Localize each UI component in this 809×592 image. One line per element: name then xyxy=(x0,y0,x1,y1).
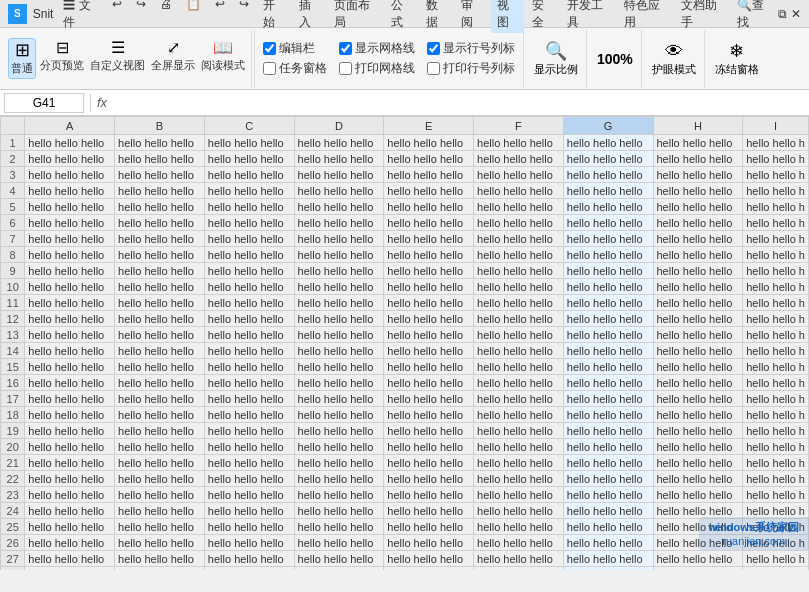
cell-I15[interactable]: hello hello h xyxy=(743,359,809,375)
cell-C24[interactable]: hello hello hello xyxy=(204,503,294,519)
cell-H28[interactable]: hello hello hello xyxy=(653,567,743,571)
cell-G14[interactable]: hello hello hello xyxy=(563,343,653,359)
cell-H1[interactable]: hello hello hello xyxy=(653,135,743,151)
toolbar-undo[interactable]: ↩ xyxy=(106,0,128,33)
cell-G18[interactable]: hello hello hello xyxy=(563,407,653,423)
eye-mode-btn[interactable]: 👁 护眼模式 xyxy=(650,39,698,79)
cell-E22[interactable]: hello hello hello xyxy=(384,471,474,487)
cell-C17[interactable]: hello hello hello xyxy=(204,391,294,407)
cell-G27[interactable]: hello hello hello xyxy=(563,551,653,567)
cell-I9[interactable]: hello hello h xyxy=(743,263,809,279)
cell-H3[interactable]: hello hello hello xyxy=(653,167,743,183)
view-page-preview-btn[interactable]: ⊟ 分页预览 xyxy=(38,38,86,75)
checkbox-print-gridlines-input[interactable] xyxy=(339,62,352,75)
cell-B26[interactable]: hello hello hello xyxy=(115,535,205,551)
toolbar-copy[interactable]: 📋 xyxy=(180,0,207,33)
cell-G5[interactable]: hello hello hello xyxy=(563,199,653,215)
cell-I27[interactable]: hello hello h xyxy=(743,551,809,567)
col-header-d[interactable]: D xyxy=(294,117,384,135)
cell-A2[interactable]: hello hello hello xyxy=(25,151,115,167)
cell-E15[interactable]: hello hello hello xyxy=(384,359,474,375)
cell-C6[interactable]: hello hello hello xyxy=(204,215,294,231)
cell-A4[interactable]: hello hello hello xyxy=(25,183,115,199)
cell-C16[interactable]: hello hello hello xyxy=(204,375,294,391)
cell-H22[interactable]: hello hello hello xyxy=(653,471,743,487)
cell-F24[interactable]: hello hello hello xyxy=(474,503,564,519)
toolbar-redo2[interactable]: ↪ xyxy=(233,0,255,33)
cell-A28[interactable]: hello hello hello xyxy=(25,567,115,571)
cell-E3[interactable]: hello hello hello xyxy=(384,167,474,183)
cell-H8[interactable]: hello hello hello xyxy=(653,247,743,263)
cell-E28[interactable]: hello hello hello xyxy=(384,567,474,571)
cell-F22[interactable]: hello hello hello xyxy=(474,471,564,487)
cell-F13[interactable]: hello hello hello xyxy=(474,327,564,343)
cell-B4[interactable]: hello hello hello xyxy=(115,183,205,199)
view-custom-btn[interactable]: ☰ 自定义视图 xyxy=(88,38,147,75)
cell-C28[interactable]: hello hello hello xyxy=(204,567,294,571)
cell-H7[interactable]: hello hello hello xyxy=(653,231,743,247)
cell-E12[interactable]: hello hello hello xyxy=(384,311,474,327)
cell-I16[interactable]: hello hello h xyxy=(743,375,809,391)
view-fullscreen-btn[interactable]: ⤢ 全屏显示 xyxy=(149,38,197,75)
col-header-e[interactable]: E xyxy=(384,117,474,135)
cell-B11[interactable]: hello hello hello xyxy=(115,295,205,311)
cell-E2[interactable]: hello hello hello xyxy=(384,151,474,167)
cell-C22[interactable]: hello hello hello xyxy=(204,471,294,487)
checkbox-gridlines-input[interactable] xyxy=(339,42,352,55)
cell-G16[interactable]: hello hello hello xyxy=(563,375,653,391)
cell-G11[interactable]: hello hello hello xyxy=(563,295,653,311)
cell-E21[interactable]: hello hello hello xyxy=(384,455,474,471)
cell-D13[interactable]: hello hello hello xyxy=(294,327,384,343)
cell-D28[interactable]: hello hello hello xyxy=(294,567,384,571)
cell-C5[interactable]: hello hello hello xyxy=(204,199,294,215)
cell-B28[interactable]: hello hello hello xyxy=(115,567,205,571)
cell-C10[interactable]: hello hello hello xyxy=(204,279,294,295)
menu-doc-helper[interactable]: 文档助手 xyxy=(675,0,730,33)
checkbox-print-row-col-input[interactable] xyxy=(427,62,440,75)
cell-B20[interactable]: hello hello hello xyxy=(115,439,205,455)
cell-I13[interactable]: hello hello h xyxy=(743,327,809,343)
freeze-btn[interactable]: ❄ 冻结窗格 xyxy=(713,38,761,79)
cell-C13[interactable]: hello hello hello xyxy=(204,327,294,343)
cell-E16[interactable]: hello hello hello xyxy=(384,375,474,391)
cell-B21[interactable]: hello hello hello xyxy=(115,455,205,471)
cell-B24[interactable]: hello hello hello xyxy=(115,503,205,519)
col-header-f[interactable]: F xyxy=(474,117,564,135)
checkbox-edit-bar[interactable]: 编辑栏 xyxy=(263,40,327,57)
cell-H13[interactable]: hello hello hello xyxy=(653,327,743,343)
cell-F23[interactable]: hello hello hello xyxy=(474,487,564,503)
cell-H19[interactable]: hello hello hello xyxy=(653,423,743,439)
cell-A3[interactable]: hello hello hello xyxy=(25,167,115,183)
checkbox-row-col-header-input[interactable] xyxy=(427,42,440,55)
cell-F2[interactable]: hello hello hello xyxy=(474,151,564,167)
cell-F8[interactable]: hello hello hello xyxy=(474,247,564,263)
cell-A26[interactable]: hello hello hello xyxy=(25,535,115,551)
cell-A11[interactable]: hello hello hello xyxy=(25,295,115,311)
cell-D22[interactable]: hello hello hello xyxy=(294,471,384,487)
cell-G23[interactable]: hello hello hello xyxy=(563,487,653,503)
cell-D15[interactable]: hello hello hello xyxy=(294,359,384,375)
cell-G12[interactable]: hello hello hello xyxy=(563,311,653,327)
cell-D14[interactable]: hello hello hello xyxy=(294,343,384,359)
cell-C8[interactable]: hello hello hello xyxy=(204,247,294,263)
cell-G2[interactable]: hello hello hello xyxy=(563,151,653,167)
cell-B8[interactable]: hello hello hello xyxy=(115,247,205,263)
cell-I18[interactable]: hello hello h xyxy=(743,407,809,423)
cell-D23[interactable]: hello hello hello xyxy=(294,487,384,503)
cell-F19[interactable]: hello hello hello xyxy=(474,423,564,439)
cell-H16[interactable]: hello hello hello xyxy=(653,375,743,391)
cell-A15[interactable]: hello hello hello xyxy=(25,359,115,375)
cell-E5[interactable]: hello hello hello xyxy=(384,199,474,215)
cell-I10[interactable]: hello hello h xyxy=(743,279,809,295)
cell-F9[interactable]: hello hello hello xyxy=(474,263,564,279)
cell-C19[interactable]: hello hello hello xyxy=(204,423,294,439)
cell-E8[interactable]: hello hello hello xyxy=(384,247,474,263)
cell-A9[interactable]: hello hello hello xyxy=(25,263,115,279)
cell-F10[interactable]: hello hello hello xyxy=(474,279,564,295)
cell-G7[interactable]: hello hello hello xyxy=(563,231,653,247)
cell-F17[interactable]: hello hello hello xyxy=(474,391,564,407)
cell-B13[interactable]: hello hello hello xyxy=(115,327,205,343)
cell-A21[interactable]: hello hello hello xyxy=(25,455,115,471)
cell-H4[interactable]: hello hello hello xyxy=(653,183,743,199)
cell-I12[interactable]: hello hello h xyxy=(743,311,809,327)
